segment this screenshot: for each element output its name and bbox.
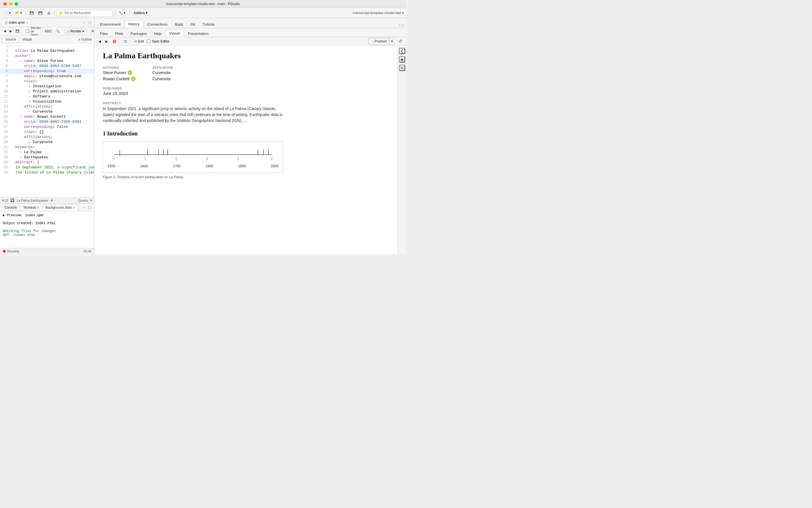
published-section: PUBLISHED June 23, 2023 <box>103 87 283 96</box>
save-button[interactable]: 💾 <box>28 9 36 16</box>
sync-editor-label: Sync Editor <box>147 39 169 43</box>
console-tab[interactable]: Console <box>2 205 20 210</box>
goto-file-input[interactable]: 📁 Go to file/function <box>56 9 113 16</box>
code-line-6: 6 corresponding: true <box>0 69 94 74</box>
new-file-icon: 📄 <box>4 11 8 15</box>
save-editor-button[interactable]: 💾 <box>14 28 21 34</box>
save-all-icon: 💾 <box>38 11 43 15</box>
connections-tab[interactable]: Connections <box>144 21 171 28</box>
spell-check-button[interactable]: ABC <box>43 28 53 34</box>
editor-tab-index-qmd[interactable]: Q index.qmd ✕ <box>2 19 31 26</box>
open-in-browser-button[interactable]: ⊡ <box>122 38 128 44</box>
viewer-tab[interactable]: Viewer <box>165 30 184 37</box>
addins-button[interactable]: Addins ▾ <box>131 9 150 16</box>
sidebar-clipboard-button[interactable]: ⧉ <box>399 65 405 71</box>
code-line-14: 14 - Curvenote <box>0 109 94 114</box>
open-file-dropdown-icon: ▾ <box>20 11 22 15</box>
bottom-content: ▶ Preview: index.qmd Output created: ind… <box>0 211 94 248</box>
new-file-dropdown-icon: ▾ <box>9 11 11 15</box>
viewer-forward-button[interactable]: ▶ <box>104 38 110 44</box>
build-tab[interactable]: Build <box>172 21 187 28</box>
published-label: PUBLISHED <box>103 87 283 90</box>
publish-group: ↑ Publish ▾ ↺ <box>368 38 404 45</box>
settings-button[interactable]: ⚙ <box>90 28 94 34</box>
maximize-editor-button[interactable]: □ <box>87 20 92 25</box>
author1-name: Steve Purves <box>103 71 126 75</box>
edit-button[interactable]: ✏ Edit <box>133 38 146 44</box>
file-icon: 📁 <box>59 11 63 15</box>
save-icon: 💾 <box>30 11 34 15</box>
publish-dropdown-button[interactable]: ▾ <box>390 38 394 45</box>
packages-tab[interactable]: Packages <box>127 31 150 37</box>
running-time: 42:28 <box>83 250 91 253</box>
files-tab[interactable]: Files <box>97 31 111 37</box>
presentation-tab[interactable]: Presentation <box>185 31 212 37</box>
tools-button[interactable]: 🔧 ▾ <box>117 9 127 16</box>
right-top-tabs: Environment History Connections Build Gi… <box>94 18 406 28</box>
publish-button[interactable]: ↑ Publish <box>369 38 390 45</box>
running-status: Running <box>7 250 19 253</box>
tutorial-tab[interactable]: Tutorial <box>199 21 218 28</box>
bottom-status-bar: Running 42:28 <box>0 248 94 254</box>
code-line-5: 5 orcid: 0000-0002-0760-5497 <box>0 64 94 69</box>
cursor-position: 6:22 <box>2 199 8 202</box>
terminal-close[interactable]: ✕ <box>37 206 39 209</box>
plots-tab[interactable]: Plots <box>112 31 126 37</box>
background-jobs-close[interactable]: ✕ <box>73 206 75 209</box>
close-button[interactable] <box>3 2 7 6</box>
minimize-button[interactable] <box>9 2 12 6</box>
affiliation-col: AFFILIATION Curvenote Curvenote <box>153 66 173 81</box>
background-jobs-tab[interactable]: Background Jobs ✕ <box>43 204 78 211</box>
terminal-tab[interactable]: Terminal ✕ <box>20 205 42 210</box>
maximize-bottom-button[interactable]: □ <box>87 205 92 210</box>
goto-file-label: Go to file/function <box>65 11 91 15</box>
editor-tab-close[interactable]: ✕ <box>26 21 28 24</box>
sync-editor-checkbox[interactable] <box>147 39 151 43</box>
save-all-button[interactable]: 💾 <box>37 9 44 16</box>
minimize-editor-button[interactable]: − <box>81 20 86 25</box>
git-tab[interactable]: Git <box>187 21 199 28</box>
forward-button[interactable]: ▶ <box>8 28 13 34</box>
sidebar-collapse-button[interactable]: ❮ <box>399 48 405 54</box>
render-button[interactable]: ▷ Render ▾ <box>65 28 86 34</box>
published-date: June 23, 2023 <box>103 91 283 96</box>
environment-tab[interactable]: Environment <box>97 21 124 28</box>
refresh-button[interactable]: ↺ <box>397 38 404 44</box>
search-button[interactable]: 🔍 <box>54 28 61 34</box>
editor-panel-controls: − □ <box>81 20 92 25</box>
new-file-button[interactable]: 📄 ▾ <box>2 9 12 16</box>
tick-1700: 1700 <box>173 164 180 168</box>
help-tab[interactable]: Help <box>151 31 165 37</box>
affiliation2-value: Curvenote <box>153 77 173 81</box>
render-on-save-checkbox[interactable] <box>26 29 29 33</box>
code-line-24: 24 abstract: | <box>0 160 94 165</box>
viewer-stop-button[interactable] <box>111 38 118 44</box>
right-sidebar-icons: ❮ ◉ ⧉ <box>398 46 406 254</box>
format-dropdown[interactable]: ▾ <box>90 199 92 202</box>
viewer-content[interactable]: La Palma Earthquakes AUTHORS Steve Purve… <box>94 46 398 254</box>
print-button[interactable]: 🖨 <box>45 9 52 16</box>
history-tab[interactable]: History <box>125 20 143 28</box>
right-panel: Environment History Connections Build Gi… <box>94 18 406 254</box>
code-line-1: 1 ▾ --- <box>0 43 94 48</box>
code-line-25: 25 In September 2021, a significant jump… <box>0 165 94 170</box>
source-tab[interactable]: Source <box>2 36 19 43</box>
minimize-bottom-button[interactable]: − <box>81 205 86 210</box>
back-button[interactable]: ◀ <box>2 28 7 34</box>
code-area[interactable]: 1 ▾ --- 2 title: La Palma Earthquakes 3 … <box>0 43 94 197</box>
open-file-button[interactable]: 📂 ▾ <box>13 9 24 16</box>
viewer-back-button[interactable]: ◀ <box>97 38 103 44</box>
sidebar-eye-button[interactable]: ◉ <box>399 56 405 62</box>
code-line-9: 9 - Investigation <box>0 84 94 89</box>
maximize-right-top-button[interactable]: □ <box>402 23 404 27</box>
maximize-button[interactable] <box>15 2 18 6</box>
minimize-right-top-button[interactable]: − <box>398 23 401 27</box>
code-lines: 1 ▾ --- 2 title: La Palma Earthquakes 3 … <box>0 43 94 175</box>
visual-tab[interactable]: Visual <box>20 37 34 42</box>
outline-button[interactable]: ≡ Outline <box>78 37 92 41</box>
author2-value: Rowan Cockett iD <box>103 77 135 81</box>
app-layout: Q index.qmd ✕ − □ ◀ ▶ 💾 Render on Save <box>0 18 406 254</box>
preview-label: Preview: index.qmd <box>7 213 43 217</box>
file-name-status: La Palma Earthquakes <box>16 199 48 202</box>
author2-orcid-icon: iD <box>131 77 135 81</box>
